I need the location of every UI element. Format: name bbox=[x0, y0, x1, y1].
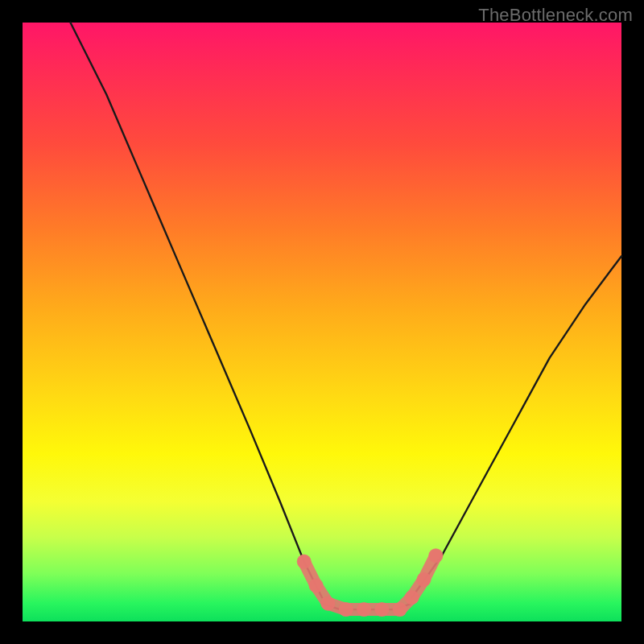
marker-dot bbox=[297, 555, 312, 569]
series-left-arm bbox=[71, 23, 323, 597]
series-right-arm bbox=[412, 256, 621, 597]
plot-area bbox=[23, 23, 621, 621]
highlighted-range-markers bbox=[297, 548, 444, 617]
marker-dot bbox=[309, 578, 324, 592]
marker-dot bbox=[357, 602, 371, 617]
bottleneck-curve bbox=[71, 23, 622, 609]
marker-dot bbox=[417, 572, 431, 587]
marker-dot bbox=[393, 602, 407, 617]
chart-frame: TheBottleneck.com bbox=[0, 0, 644, 644]
marker-dot bbox=[374, 602, 389, 617]
marker-dot bbox=[428, 548, 443, 563]
curve-layer bbox=[23, 23, 621, 621]
watermark-text: TheBottleneck.com bbox=[478, 5, 633, 26]
marker-dot bbox=[320, 597, 335, 611]
marker-dot bbox=[405, 590, 419, 605]
marker-dot bbox=[339, 602, 353, 617]
